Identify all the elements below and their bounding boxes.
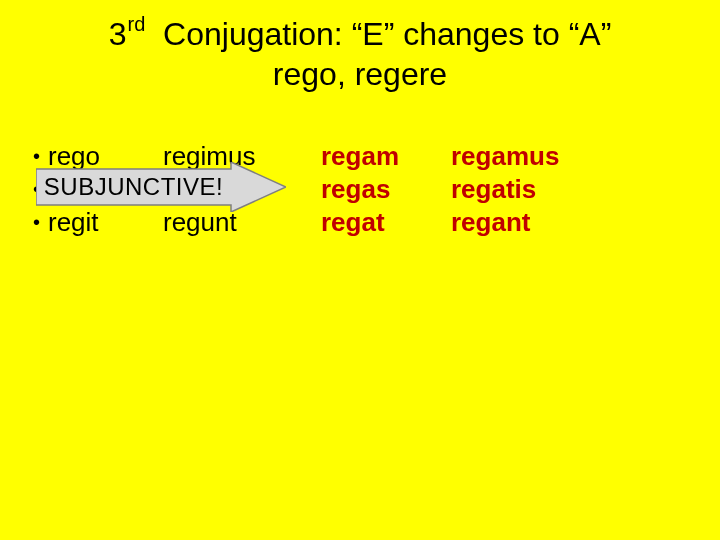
subjunctive-callout: SUBJUNCTIVE! xyxy=(36,162,286,212)
subjunctive-plural: regatis xyxy=(451,173,601,206)
subjunctive-singular: regat xyxy=(321,206,451,239)
subjunctive-plural: regamus xyxy=(451,140,601,173)
slide-title: 3rd Conjugation: “E” changes to “A” rego… xyxy=(0,0,720,94)
title-line1: Conjugation: “E” changes to “A” xyxy=(163,16,611,52)
callout-label: SUBJUNCTIVE! xyxy=(36,162,231,212)
title-line2: rego, regere xyxy=(273,56,447,92)
subjunctive-plural: regant xyxy=(451,206,601,239)
title-ordinal: 3rd xyxy=(109,16,146,52)
subjunctive-singular: regam xyxy=(321,140,451,173)
subjunctive-singular: regas xyxy=(321,173,451,206)
title-ordinal-sup: rd xyxy=(127,13,145,35)
title-ordinal-num: 3 xyxy=(109,16,127,52)
